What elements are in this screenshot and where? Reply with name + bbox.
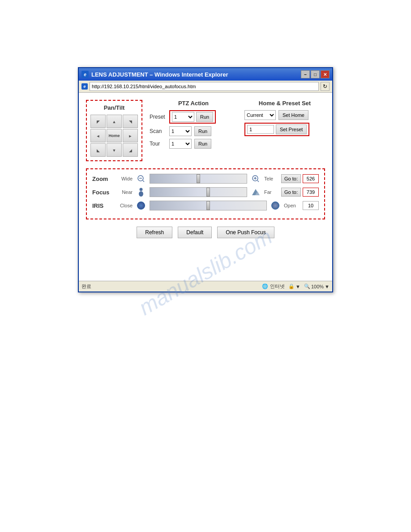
refresh-button[interactable]: Refresh — [137, 227, 172, 238]
pt-home-button[interactable]: Home — [107, 129, 122, 142]
pt-upleft-button[interactable] — [90, 115, 106, 128]
upleft-icon — [97, 119, 100, 124]
preset-set-row: Set Preset — [244, 123, 325, 136]
focus-goto-input[interactable] — [303, 188, 319, 197]
pt-up-button[interactable] — [107, 115, 122, 128]
zoom-goto-group: Go to: — [281, 174, 319, 183]
title-left: e LENS ADJUSTMENT – Windows Internet Exp… — [81, 71, 228, 78]
scan-select[interactable]: 1 — [169, 126, 192, 136]
downright-icon — [129, 148, 132, 153]
svg-line-6 — [257, 180, 259, 182]
iris-close-button[interactable] — [136, 201, 146, 210]
preset-select[interactable]: 1 — [172, 112, 194, 122]
ptz-tour-row: Tour 1 Run — [150, 139, 237, 149]
preset-set-input[interactable] — [247, 125, 274, 134]
pt-down-button[interactable] — [107, 143, 122, 157]
focus-far-button[interactable] — [251, 187, 261, 197]
iris-value-input[interactable] — [303, 201, 319, 210]
magnify-icon: 🔍 — [304, 283, 310, 289]
iris-label: IRIS — [92, 202, 115, 209]
zoom-row: Zoom Wide — [92, 174, 319, 184]
tour-label: Tour — [150, 141, 167, 147]
focus-label: Focus — [92, 189, 115, 196]
preset-group: 1 Run — [169, 110, 216, 124]
home-row: Current Set Home — [244, 110, 325, 120]
lock-icon: 🔒 — [288, 283, 295, 289]
focus-far-label: Far — [264, 189, 278, 195]
page-wrapper: manualslib.com e LENS ADJUSTMENT – Windo… — [13, 13, 398, 532]
ptz-scan-row: Scan 1 Run — [150, 126, 237, 136]
pt-left-button[interactable] — [90, 129, 106, 142]
pantilt-panel: Pan/Tilt Home — [86, 100, 142, 161]
iris-open-icon — [271, 202, 279, 210]
ptz-title: PTZ Action — [150, 100, 237, 107]
focus-slider[interactable] — [150, 187, 247, 197]
maximize-button[interactable]: □ — [311, 70, 320, 78]
upright-icon — [129, 119, 132, 124]
zoom-tele-label: Tele — [264, 176, 278, 181]
ptz-panel: PTZ Action Preset 1 Run Scan — [150, 100, 237, 151]
status-zoom: 🔍 100% ▼ — [304, 283, 330, 289]
lock-dropdown-icon: ▼ — [295, 284, 300, 289]
one-push-focus-button[interactable]: One Push Focus — [217, 227, 274, 238]
pt-downleft-button[interactable] — [90, 143, 106, 157]
preset-set-group: Set Preset — [244, 123, 309, 136]
zoom-slider[interactable] — [150, 174, 247, 184]
ie-window-controls: – □ ✕ — [301, 70, 330, 78]
tour-run-button[interactable]: Run — [194, 139, 211, 149]
address-refresh-icon[interactable]: ↻ — [321, 82, 330, 91]
status-lock: 🔒 ▼ — [288, 283, 300, 289]
pt-upright-button[interactable] — [123, 115, 138, 128]
address-input[interactable] — [90, 82, 319, 91]
window-title: LENS ADJUSTMENT – Windows Internet Explo… — [91, 71, 228, 78]
zoom-tele-button[interactable] — [251, 174, 261, 184]
pt-downright-button[interactable] — [123, 143, 138, 157]
setpreset-button[interactable]: Set Preset — [276, 124, 307, 134]
left-icon — [96, 133, 100, 138]
tour-select[interactable]: 1 — [169, 139, 192, 149]
ie-titlebar: e LENS ADJUSTMENT – Windows Internet Exp… — [79, 68, 332, 81]
globe-icon: 🌐 — [262, 283, 268, 289]
iris-open-button[interactable] — [270, 201, 280, 210]
person-icon — [137, 187, 145, 197]
ie-addressbar: e ↻ — [79, 81, 332, 93]
pantilt-grid: Home — [90, 115, 138, 157]
close-button[interactable]: ✕ — [321, 70, 330, 78]
mountain-icon — [252, 188, 260, 196]
focus-near-label: Near — [118, 189, 133, 195]
iris-slider-thumb[interactable] — [206, 201, 210, 210]
iris-row: IRIS Close Open — [92, 201, 319, 210]
iris-slider[interactable] — [150, 201, 267, 210]
zoom-goto-input[interactable] — [303, 174, 319, 183]
focus-goto-button[interactable]: Go to: — [281, 188, 301, 197]
iris-close-label: Close — [118, 203, 133, 208]
zoom-wide-label: Wide — [118, 176, 133, 181]
scan-label: Scan — [150, 128, 167, 134]
sethome-button[interactable]: Set Home — [278, 110, 308, 120]
homepreset-panel: Home & Preset Set Current Set Home Set P… — [244, 100, 325, 139]
home-select[interactable]: Current — [244, 110, 276, 120]
zoom-goto-button[interactable]: Go to: — [281, 174, 301, 183]
iris-open-label: Open — [284, 203, 299, 208]
ptz-preset-row: Preset 1 Run — [150, 110, 237, 124]
address-icon: e — [81, 83, 88, 90]
status-text: 완료 — [81, 283, 91, 290]
default-button[interactable]: Default — [178, 227, 212, 238]
svg-point-8 — [139, 191, 143, 197]
zoom-level: 100% — [311, 284, 324, 289]
zoom-out-icon — [137, 175, 145, 183]
status-internet: 🌐 인터넷 — [262, 283, 285, 290]
pantilt-title: Pan/Tilt — [90, 104, 138, 111]
bottom-buttons: Refresh Default One Push Focus — [86, 227, 325, 238]
preset-run-button[interactable]: Run — [196, 112, 213, 122]
preset-label: Preset — [150, 114, 167, 120]
minimize-button[interactable]: – — [301, 70, 310, 78]
ie-logo-icon: e — [81, 71, 89, 78]
scan-run-button[interactable]: Run — [194, 126, 211, 136]
focus-slider-thumb[interactable] — [206, 188, 210, 197]
zoom-wide-button[interactable] — [136, 174, 146, 184]
zoom-slider-thumb[interactable] — [197, 174, 200, 183]
pt-right-button[interactable] — [123, 129, 138, 142]
zoom-label: Zoom — [92, 176, 115, 182]
focus-near-button[interactable] — [136, 187, 146, 197]
